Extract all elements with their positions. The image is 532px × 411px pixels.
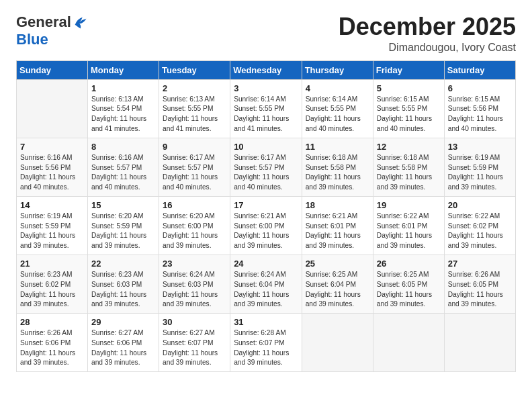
day-number: 13	[448, 142, 512, 152]
calendar-table: SundayMondayTuesdayWednesdayThursdayFrid…	[16, 60, 516, 373]
day-info: Sunrise: 6:26 AM Sunset: 6:06 PM Dayligh…	[20, 328, 84, 368]
day-info: Sunrise: 6:27 AM Sunset: 6:07 PM Dayligh…	[163, 328, 226, 368]
calendar-cell: 1Sunrise: 6:13 AM Sunset: 5:54 PM Daylig…	[88, 79, 159, 138]
calendar-cell: 5Sunrise: 6:15 AM Sunset: 5:55 PM Daylig…	[373, 79, 444, 138]
calendar-cell	[373, 314, 444, 372]
day-number: 18	[306, 200, 369, 210]
day-info: Sunrise: 6:16 AM Sunset: 5:57 PM Dayligh…	[91, 153, 155, 193]
day-number: 26	[377, 259, 441, 269]
day-info: Sunrise: 6:19 AM Sunset: 5:59 PM Dayligh…	[20, 212, 84, 251]
calendar-week-row: 1Sunrise: 6:13 AM Sunset: 5:54 PM Daylig…	[17, 79, 516, 138]
calendar-cell	[444, 314, 515, 372]
calendar-cell: 2Sunrise: 6:13 AM Sunset: 5:55 PM Daylig…	[159, 79, 230, 138]
day-info: Sunrise: 6:25 AM Sunset: 6:04 PM Dayligh…	[306, 270, 369, 310]
day-info: Sunrise: 6:20 AM Sunset: 6:00 PM Dayligh…	[163, 212, 226, 251]
calendar-cell: 12Sunrise: 6:18 AM Sunset: 5:58 PM Dayli…	[373, 138, 444, 196]
calendar-cell: 22Sunrise: 6:23 AM Sunset: 6:03 PM Dayli…	[88, 255, 159, 313]
calendar-body: 1Sunrise: 6:13 AM Sunset: 5:54 PM Daylig…	[17, 79, 516, 372]
day-info: Sunrise: 6:23 AM Sunset: 6:03 PM Dayligh…	[91, 270, 155, 310]
day-number: 23	[163, 259, 226, 269]
month-title: December 2025	[339, 13, 516, 40]
weekday-header-thursday: Thursday	[302, 60, 373, 79]
day-number: 11	[306, 142, 369, 152]
day-info: Sunrise: 6:18 AM Sunset: 5:58 PM Dayligh…	[377, 153, 441, 193]
logo-blue-text: Blue	[16, 31, 48, 48]
weekday-header-wednesday: Wednesday	[230, 60, 302, 79]
page-header: General Blue December 2025 Dimandougou, …	[16, 13, 516, 54]
day-info: Sunrise: 6:16 AM Sunset: 5:56 PM Dayligh…	[20, 153, 84, 193]
logo-bird-icon	[73, 15, 87, 30]
day-number: 8	[91, 142, 155, 152]
day-info: Sunrise: 6:15 AM Sunset: 5:56 PM Dayligh…	[448, 95, 512, 134]
calendar-cell	[17, 79, 88, 138]
calendar-cell: 10Sunrise: 6:17 AM Sunset: 5:57 PM Dayli…	[230, 138, 302, 196]
day-number: 4	[306, 83, 369, 93]
day-number: 20	[448, 200, 512, 210]
calendar-cell: 6Sunrise: 6:15 AM Sunset: 5:56 PM Daylig…	[444, 79, 515, 138]
day-number: 19	[377, 200, 441, 210]
day-number: 15	[91, 200, 155, 210]
calendar-cell: 16Sunrise: 6:20 AM Sunset: 6:00 PM Dayli…	[159, 196, 230, 255]
day-info: Sunrise: 6:17 AM Sunset: 5:57 PM Dayligh…	[234, 153, 298, 193]
day-number: 10	[234, 142, 298, 152]
calendar-cell: 13Sunrise: 6:19 AM Sunset: 5:59 PM Dayli…	[444, 138, 515, 196]
calendar-cell: 11Sunrise: 6:18 AM Sunset: 5:58 PM Dayli…	[302, 138, 373, 196]
calendar-cell: 23Sunrise: 6:24 AM Sunset: 6:03 PM Dayli…	[159, 255, 230, 313]
calendar-cell: 19Sunrise: 6:22 AM Sunset: 6:01 PM Dayli…	[373, 196, 444, 255]
day-info: Sunrise: 6:26 AM Sunset: 6:05 PM Dayligh…	[448, 270, 512, 310]
day-info: Sunrise: 6:27 AM Sunset: 6:06 PM Dayligh…	[91, 328, 155, 368]
day-info: Sunrise: 6:24 AM Sunset: 6:03 PM Dayligh…	[163, 270, 226, 310]
title-section: December 2025 Dimandougou, Ivory Coast	[339, 13, 516, 54]
day-number: 31	[234, 317, 298, 327]
calendar-cell: 7Sunrise: 6:16 AM Sunset: 5:56 PM Daylig…	[17, 138, 88, 196]
calendar-cell: 8Sunrise: 6:16 AM Sunset: 5:57 PM Daylig…	[88, 138, 159, 196]
calendar-cell: 24Sunrise: 6:24 AM Sunset: 6:04 PM Dayli…	[230, 255, 302, 313]
day-number: 21	[20, 259, 84, 269]
day-number: 9	[163, 142, 226, 152]
day-number: 2	[163, 83, 226, 93]
calendar-cell: 17Sunrise: 6:21 AM Sunset: 6:00 PM Dayli…	[230, 196, 302, 255]
weekday-header-sunday: Sunday	[17, 60, 88, 79]
weekday-header-row: SundayMondayTuesdayWednesdayThursdayFrid…	[17, 60, 516, 79]
weekday-header-monday: Monday	[88, 60, 159, 79]
weekday-header-tuesday: Tuesday	[159, 60, 230, 79]
day-number: 29	[91, 317, 155, 327]
calendar-header: SundayMondayTuesdayWednesdayThursdayFrid…	[17, 60, 516, 79]
day-info: Sunrise: 6:24 AM Sunset: 6:04 PM Dayligh…	[234, 270, 298, 310]
day-info: Sunrise: 6:23 AM Sunset: 6:02 PM Dayligh…	[20, 270, 84, 310]
logo: General Blue	[16, 13, 87, 48]
calendar-cell: 14Sunrise: 6:19 AM Sunset: 5:59 PM Dayli…	[17, 196, 88, 255]
day-number: 28	[20, 317, 84, 327]
day-info: Sunrise: 6:13 AM Sunset: 5:54 PM Dayligh…	[91, 95, 155, 134]
calendar-cell: 9Sunrise: 6:17 AM Sunset: 5:57 PM Daylig…	[159, 138, 230, 196]
calendar-week-row: 14Sunrise: 6:19 AM Sunset: 5:59 PM Dayli…	[17, 196, 516, 255]
day-number: 24	[234, 259, 298, 269]
weekday-header-friday: Friday	[373, 60, 444, 79]
calendar-cell: 30Sunrise: 6:27 AM Sunset: 6:07 PM Dayli…	[159, 314, 230, 372]
day-number: 16	[163, 200, 226, 210]
calendar-cell: 18Sunrise: 6:21 AM Sunset: 6:01 PM Dayli…	[302, 196, 373, 255]
day-info: Sunrise: 6:18 AM Sunset: 5:58 PM Dayligh…	[306, 153, 369, 193]
day-number: 3	[234, 83, 298, 93]
calendar-cell: 4Sunrise: 6:14 AM Sunset: 5:55 PM Daylig…	[302, 79, 373, 138]
day-number: 25	[306, 259, 369, 269]
day-info: Sunrise: 6:19 AM Sunset: 5:59 PM Dayligh…	[448, 153, 512, 193]
day-number: 27	[448, 259, 512, 269]
calendar-cell: 25Sunrise: 6:25 AM Sunset: 6:04 PM Dayli…	[302, 255, 373, 313]
day-number: 22	[91, 259, 155, 269]
day-info: Sunrise: 6:22 AM Sunset: 6:01 PM Dayligh…	[377, 212, 441, 251]
calendar-cell: 27Sunrise: 6:26 AM Sunset: 6:05 PM Dayli…	[444, 255, 515, 313]
calendar-cell: 15Sunrise: 6:20 AM Sunset: 5:59 PM Dayli…	[88, 196, 159, 255]
day-number: 5	[377, 83, 441, 93]
calendar-cell: 26Sunrise: 6:25 AM Sunset: 6:05 PM Dayli…	[373, 255, 444, 313]
day-info: Sunrise: 6:28 AM Sunset: 6:07 PM Dayligh…	[234, 328, 298, 368]
day-number: 1	[91, 83, 155, 93]
day-number: 30	[163, 317, 226, 327]
calendar-week-row: 21Sunrise: 6:23 AM Sunset: 6:02 PM Dayli…	[17, 255, 516, 313]
day-number: 7	[20, 142, 84, 152]
calendar-cell: 28Sunrise: 6:26 AM Sunset: 6:06 PM Dayli…	[17, 314, 88, 372]
day-number: 12	[377, 142, 441, 152]
day-info: Sunrise: 6:17 AM Sunset: 5:57 PM Dayligh…	[163, 153, 226, 193]
day-info: Sunrise: 6:15 AM Sunset: 5:55 PM Dayligh…	[377, 95, 441, 134]
day-info: Sunrise: 6:21 AM Sunset: 6:00 PM Dayligh…	[234, 212, 298, 251]
